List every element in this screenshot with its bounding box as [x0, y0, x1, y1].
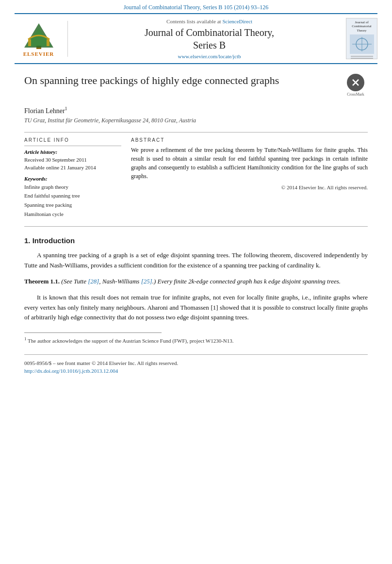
keywords-list: Infinite graph theory End faithful spann…: [24, 182, 121, 219]
abstract-panel: ABSTRACT We prove a refinement of the tr…: [131, 137, 368, 219]
intro-para-1: A spanning tree packing of a graph is a …: [24, 250, 368, 271]
footnote-divider: [24, 332, 162, 333]
doi-link[interactable]: http://dx.doi.org/10.1016/j.jctb.2013.12…: [24, 368, 368, 374]
paper-title-text: On spanning tree packings of highly edge…: [24, 74, 343, 88]
available-date: Available online 21 January 2014: [24, 164, 121, 172]
bottom-info: 0095-8956/$ – see front matter © 2014 El…: [24, 354, 368, 374]
abstract-copyright: © 2014 Elsevier Inc. All rights reserved…: [131, 184, 368, 190]
author-name: Florian Lehner1: [24, 106, 368, 115]
journal-url[interactable]: www.elsevier.com/locate/jctb: [73, 53, 346, 59]
journal-cover-image: Journal ofCombinatorialTheory: [346, 18, 377, 59]
top-journal-link: Journal of Combinatorial Theory, Series …: [0, 0, 392, 13]
cover-decoration: [350, 34, 374, 54]
crossmark-badge: CrossMark: [343, 74, 368, 98]
journal-name: Journal of Combinatorial Theory, Series …: [73, 26, 346, 51]
issn-line: 0095-8956/$ – see front matter © 2014 El…: [24, 359, 368, 368]
introduction-title: 1. Introduction: [24, 236, 368, 245]
intro-para-2: It is known that this result does not re…: [24, 293, 368, 323]
journal-center: Contents lists available at ScienceDirec…: [73, 18, 346, 59]
svg-rect-4: [47, 39, 49, 46]
received-date: Received 30 September 2011: [24, 156, 121, 164]
nash-williams-ref[interactable]: [25]: [141, 278, 152, 285]
sciencedirect-link[interactable]: ScienceDirect: [222, 18, 252, 24]
keyword-4: Hamiltonian cycle: [24, 210, 121, 219]
elsevier-tree-icon: [19, 21, 58, 50]
section-divider-2: [24, 226, 368, 227]
journal-header: ELSEVIER Contents lists available at Sci…: [15, 13, 377, 64]
article-info-header: ARTICLE INFO: [24, 137, 121, 143]
keyword-1: Infinite graph theory: [24, 182, 121, 192]
theorem-1-1: Theorem 1.1. (See Tutte [28], Nash-Willi…: [24, 277, 368, 287]
svg-rect-3: [28, 39, 31, 46]
footnote-1: 1 The author acknowledges the support of…: [24, 336, 368, 345]
keyword-3: Spanning tree packing: [24, 200, 121, 210]
abstract-text: We prove a refinement of the tree packin…: [131, 146, 368, 181]
article-info-abstract: ARTICLE INFO Article history: Received 3…: [24, 137, 368, 219]
paper-title-section: On spanning tree packings of highly edge…: [24, 74, 368, 98]
author-affiliation: TU Graz, Institut für Geometrie, Koperni…: [24, 117, 368, 124]
abstract-header: ABSTRACT: [131, 137, 368, 143]
elsevier-logo: ELSEVIER: [15, 21, 68, 57]
article-info-panel: ARTICLE INFO Article history: Received 3…: [24, 137, 121, 219]
section-divider: [24, 132, 368, 133]
tutte-ref[interactable]: [28]: [88, 278, 99, 285]
keyword-2: End faithful spanning tree: [24, 191, 121, 200]
main-content: On spanning tree packings of highly edge…: [0, 64, 392, 383]
contents-line: Contents lists available at ScienceDirec…: [73, 18, 346, 24]
